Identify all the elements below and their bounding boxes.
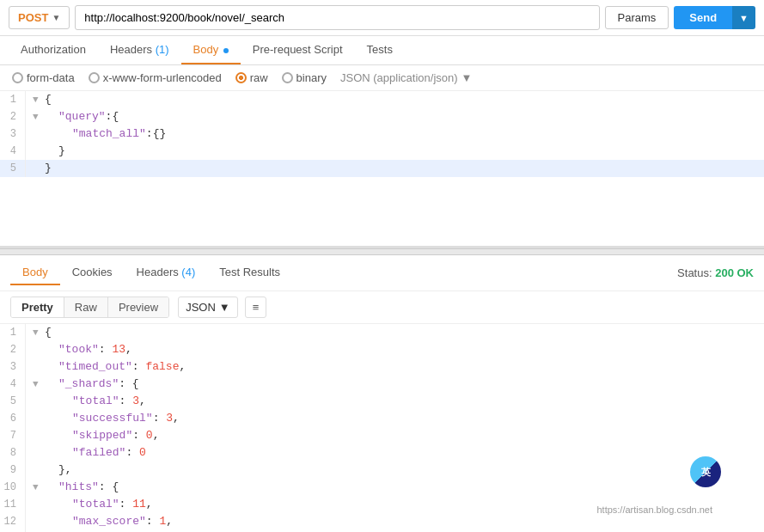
resp-line-10: 10 ▼ "hits": {	[0, 479, 764, 496]
url-input[interactable]	[75, 5, 599, 30]
response-code[interactable]: 1 ▼ { 2 "took": 13, 3 "timed_out": false…	[0, 324, 764, 532]
editor-empty-space[interactable]	[0, 177, 764, 246]
method-label: POST	[18, 11, 48, 24]
headers-badge: (1)	[156, 43, 169, 56]
response-header: Body Cookies Headers (4) Test Results St…	[0, 255, 764, 291]
resp-tab-headers[interactable]: Headers (4)	[125, 260, 208, 285]
format-raw[interactable]: Raw	[64, 297, 108, 317]
format-label: JSON (application/json)	[340, 71, 458, 84]
code-line-4: 4 }	[0, 143, 764, 160]
radio-urlencoded	[89, 72, 100, 83]
resp-line-8: 8 "failed": 0	[0, 444, 764, 462]
resp-tab-body[interactable]: Body	[10, 260, 60, 285]
resp-tab-cookies[interactable]: Cookies	[60, 260, 125, 285]
tab-headers[interactable]: Headers (1)	[98, 36, 181, 64]
status-code: 200 OK	[715, 266, 754, 279]
send-button[interactable]: Send	[674, 6, 732, 29]
resp-line-4: 4 ▼ "_shards": {	[0, 376, 764, 393]
status-label: Status:	[677, 266, 712, 279]
json-dropdown-arrow: ▼	[219, 301, 230, 314]
option-urlencoded[interactable]: x-www-form-urlencoded	[89, 71, 222, 84]
binary-label: binary	[296, 71, 327, 84]
section-divider	[0, 248, 764, 255]
language-icon[interactable]: 英	[690, 456, 721, 487]
resp-line-9: 9 },	[0, 462, 764, 479]
response-toolbar: Pretty Raw Preview JSON ▼ ≡	[0, 291, 764, 324]
raw-label: raw	[250, 71, 268, 84]
format-dropdown-arrow: ▼	[461, 71, 473, 84]
option-formdata[interactable]: form-data	[12, 71, 75, 84]
body-options: form-data x-www-form-urlencoded raw bina…	[0, 65, 764, 91]
radio-raw	[235, 72, 247, 83]
option-binary[interactable]: binary	[282, 71, 327, 84]
response-tabs: Body Cookies Headers (4) Test Results	[10, 260, 292, 285]
format-preview[interactable]: Preview	[108, 297, 168, 317]
filter-icon: ≡	[253, 301, 260, 314]
params-button[interactable]: Params	[605, 6, 669, 29]
tab-prerequest[interactable]: Pre-request Script	[241, 36, 355, 64]
lang-label: 英	[701, 466, 711, 479]
radio-formdata	[12, 72, 23, 83]
code-line-3: 3 "match_all":{}	[0, 125, 764, 143]
filter-button[interactable]: ≡	[245, 297, 267, 318]
tab-tests[interactable]: Tests	[355, 36, 405, 64]
json-label: JSON	[186, 301, 216, 314]
resp-headers-badge: (4)	[181, 266, 195, 278]
resp-line-5: 5 "total": 3,	[0, 393, 764, 410]
send-group: Send ▼	[674, 6, 755, 29]
json-format-select[interactable]: JSON ▼	[178, 297, 238, 318]
request-code-editor[interactable]: 1 ▼ { 2 ▼ "query":{ 3 "match_all":{} 4 }…	[0, 91, 764, 248]
tab-authorization[interactable]: Authorization	[9, 36, 98, 64]
tab-body[interactable]: Body	[181, 36, 241, 64]
resp-line-7: 7 "skipped": 0,	[0, 427, 764, 444]
response-format-tabs: Pretty Raw Preview	[10, 297, 169, 318]
resp-line-3: 3 "timed_out": false,	[0, 358, 764, 376]
format-pretty[interactable]: Pretty	[11, 297, 64, 317]
send-dropdown-arrow[interactable]: ▼	[732, 6, 755, 29]
resp-line-6: 6 "successful": 3,	[0, 410, 764, 427]
option-raw[interactable]: raw	[235, 71, 268, 84]
resp-line-2: 2 "took": 13,	[0, 341, 764, 358]
request-tabs: Authorization Headers (1) Body Pre-reque…	[0, 36, 764, 65]
request-bar: POST ▼ Params Send ▼	[0, 0, 764, 36]
code-line-2: 2 ▼ "query":{	[0, 108, 764, 125]
response-section: Body Cookies Headers (4) Test Results St…	[0, 255, 764, 532]
radio-binary	[282, 72, 293, 83]
formdata-label: form-data	[27, 71, 75, 84]
code-line-1: 1 ▼ {	[0, 91, 764, 108]
status-text: Status: 200 OK	[677, 266, 754, 279]
body-dot	[223, 48, 229, 53]
resp-line-1: 1 ▼ {	[0, 324, 764, 341]
resp-tab-testresults[interactable]: Test Results	[207, 260, 292, 285]
code-line-5: 5 }	[0, 160, 764, 177]
format-select[interactable]: JSON (application/json) ▼	[340, 71, 472, 84]
method-button[interactable]: POST ▼	[9, 6, 70, 29]
method-dropdown-arrow: ▼	[52, 13, 60, 22]
watermark: https://artisan.blog.csdn.net	[596, 504, 712, 515]
resp-line-12: 12 "max_score": 1,	[0, 513, 764, 530]
urlencoded-label: x-www-form-urlencoded	[103, 71, 222, 84]
